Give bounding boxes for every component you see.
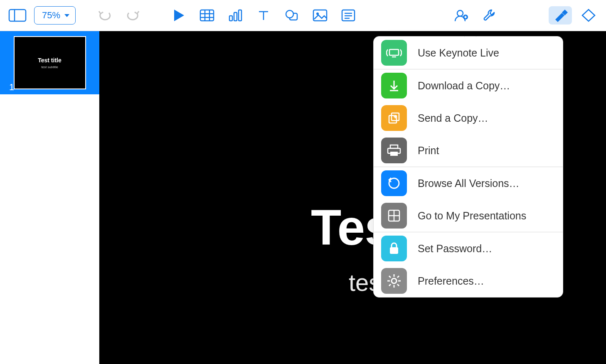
tools-menu-popover: Use Keynote Live Download a Copy… Send a… (373, 36, 563, 298)
undo-button[interactable] (93, 6, 116, 25)
versions-icon (381, 170, 407, 196)
menu-keynote-live[interactable]: Use Keynote Live (381, 37, 555, 69)
zoom-select[interactable]: 75% (34, 6, 76, 25)
send-copy-icon (381, 105, 407, 131)
insert-media-button[interactable] (308, 6, 332, 25)
svg-point-18 (457, 10, 463, 16)
insert-chart-button[interactable] (224, 6, 247, 25)
presentations-icon (381, 203, 407, 229)
zoom-value: 75% (42, 10, 60, 21)
insert-table-button[interactable] (195, 6, 219, 25)
gear-icon (381, 268, 407, 294)
collaborate-button[interactable] (450, 6, 473, 25)
svg-point-11 (286, 10, 293, 18)
svg-point-32 (389, 178, 399, 188)
menu-label: Download a Copy… (418, 80, 510, 92)
menu-preferences[interactable]: Preferences… (381, 265, 555, 297)
redo-button[interactable] (121, 6, 145, 25)
menu-label: Preferences… (418, 275, 484, 287)
svg-rect-2 (200, 10, 214, 21)
view-sidebar-button[interactable] (6, 6, 29, 25)
menu-go-presentations[interactable]: Go to My Presentations (381, 199, 555, 232)
svg-line-44 (397, 276, 399, 278)
slide-thumbnail-1[interactable]: Test title test subtitle 1 (0, 31, 99, 94)
menu-label: Send a Copy… (418, 112, 488, 124)
menu-label: Set Password… (418, 243, 492, 255)
play-button[interactable] (167, 6, 190, 25)
svg-rect-36 (390, 247, 398, 254)
menu-send[interactable]: Send a Copy… (381, 102, 555, 134)
menu-label: Use Keynote Live (418, 47, 499, 59)
insert-text-button[interactable] (252, 6, 275, 25)
svg-rect-9 (239, 10, 241, 21)
svg-rect-12 (313, 10, 327, 21)
menu-print[interactable]: Print (381, 134, 555, 167)
slide-number: 1 (9, 82, 14, 93)
animate-button[interactable] (577, 6, 600, 25)
svg-point-37 (392, 278, 397, 283)
slide-thumbnail-preview: Test title test subtitle (14, 36, 86, 89)
svg-rect-8 (234, 12, 237, 21)
svg-rect-21 (389, 49, 399, 55)
toolbar: 75% (0, 0, 606, 31)
slide-navigator: Test title test subtitle 1 (0, 31, 99, 364)
keynote-live-icon (381, 40, 407, 66)
thumb-subtitle: test subtitle (41, 65, 58, 69)
menu-versions[interactable]: Browse All Versions… (381, 167, 555, 199)
lock-icon (381, 236, 407, 261)
chevron-down-icon (64, 14, 69, 17)
download-icon (381, 73, 407, 98)
thumb-title: Test title (38, 57, 62, 64)
menu-label: Browse All Versions… (418, 177, 520, 189)
svg-line-42 (389, 276, 391, 278)
tools-button[interactable] (478, 6, 501, 25)
menu-label: Go to My Presentations (418, 210, 526, 222)
svg-line-43 (397, 284, 399, 286)
svg-rect-7 (229, 16, 232, 21)
insert-comment-button[interactable] (337, 6, 360, 25)
menu-password[interactable]: Set Password… (381, 232, 555, 265)
svg-rect-31 (390, 152, 398, 156)
svg-line-45 (389, 284, 391, 286)
menu-download[interactable]: Download a Copy… (381, 69, 555, 102)
insert-shape-button[interactable] (280, 6, 303, 25)
print-icon (381, 138, 407, 163)
svg-rect-0 (9, 10, 26, 21)
format-button[interactable] (549, 6, 572, 25)
menu-label: Print (418, 145, 439, 157)
